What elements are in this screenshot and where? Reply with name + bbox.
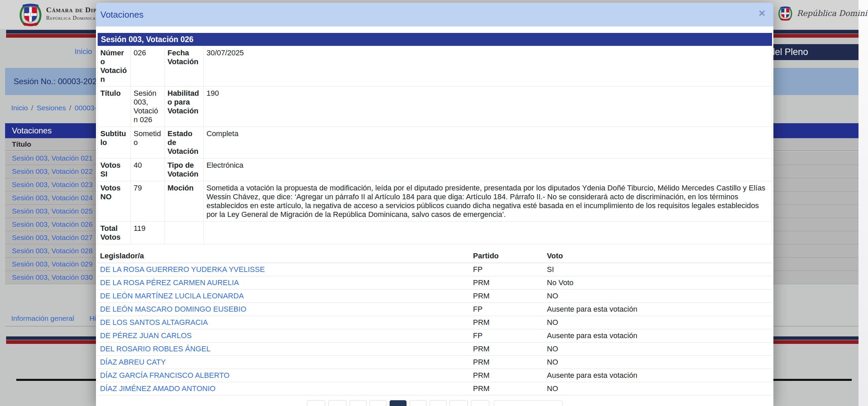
details-label — [165, 222, 204, 244]
details-label: Subtitulo — [98, 127, 131, 159]
sidebar-item-link[interactable]: Sesión 003, Votación 029 — [12, 260, 93, 268]
details-value: Completa — [204, 127, 772, 159]
legislators-table: Legislador/aPartidoVoto DE LA ROSA GUERR… — [97, 249, 772, 395]
legislator-vote: Ausente para esta votación — [544, 369, 772, 382]
details-row: Total Votos119 — [98, 222, 772, 244]
legislator-row: DE LEÓN MARTÍNEZ LUCILA LEONARDAPRMNO — [97, 290, 772, 303]
tab-informacion-general[interactable]: Información general — [11, 314, 74, 322]
sidebar-item-link[interactable]: Sesión 003, Votación 027 — [12, 234, 93, 241]
legislator-row: DE LEÓN MASCARO DOMINGO EUSEBIOFPAusente… — [97, 303, 772, 316]
legislator-party: PRM — [470, 276, 544, 290]
legislator-vote: NO — [544, 356, 772, 369]
close-icon[interactable]: × — [758, 7, 765, 19]
legislator-name-cell: DE LEÓN MASCARO DOMINGO EUSEBIO — [97, 303, 470, 316]
coat-of-arms-icon — [777, 5, 793, 22]
details-value: 30/07/2025 — [204, 46, 772, 87]
breadcrumb-link[interactable]: Inicio — [11, 104, 28, 112]
votacion-details-table: Sesión 003, Votación 026 Número Votación… — [97, 33, 772, 244]
details-value: 119 — [131, 222, 165, 244]
legislator-party: PRM — [470, 356, 544, 369]
breadcrumb-link[interactable]: 00003-2025 — [75, 104, 96, 112]
legislator-party: FP — [470, 263, 544, 276]
legislator-party: FP — [470, 303, 544, 316]
details-row: TítuloSesión 003, Votación 026Habilitado… — [98, 87, 772, 127]
details-row: Votos SI40Tipo de VotaciónElectrónica — [98, 159, 772, 181]
legislator-name-link[interactable]: DE LA ROSA GUERRERO YUDERKA YVELISSE — [100, 265, 265, 274]
legislator-name-link[interactable]: DÍAZ GARCÍA FRANCISCO ALBERTO — [100, 371, 230, 380]
pagination-first-page-button[interactable] — [307, 400, 325, 406]
pagination-page-button[interactable]: 6 — [410, 400, 427, 406]
details-row: Votos NO79MociónSometida a votación la p… — [98, 181, 772, 222]
details-label: Habilitado para Votación — [165, 87, 204, 127]
legislator-name-link[interactable]: DEL ROSARIO ROBLES ÁNGEL — [100, 345, 211, 353]
legislators-table-body: DE LA ROSA GUERRERO YUDERKA YVELISSEFPSI… — [97, 263, 772, 395]
details-value: Electrónica — [204, 159, 772, 181]
details-value: Sesión 003, Votación 026 — [131, 87, 165, 127]
details-label: Número Votación — [98, 46, 131, 87]
modal-title: Votaciones — [100, 10, 143, 20]
legislator-name-cell: DÍAZ GARCÍA FRANCISCO ALBERTO — [97, 369, 470, 382]
legislator-name-cell: DE LA ROSA GUERRERO YUDERKA YVELISSE — [97, 263, 470, 276]
legislators-header-row: Legislador/aPartidoVoto — [97, 249, 772, 263]
details-value: Sometido — [131, 127, 165, 159]
legislator-vote: NO — [544, 343, 772, 356]
legislator-name-link[interactable]: DE LEÓN MARTÍNEZ LUCILA LEONARDA — [100, 292, 244, 300]
pagination-page-button[interactable]: 5 — [390, 400, 407, 406]
pagination-next-page-button[interactable] — [450, 400, 468, 406]
legislators-column-header: Partido — [470, 249, 544, 263]
legislator-row: DEL ROSARIO ROBLES ÁNGELPRMNO — [97, 343, 772, 356]
coat-of-arms-icon — [18, 2, 43, 28]
pagination-page-button[interactable]: 3 — [350, 400, 367, 406]
details-label: Moción — [165, 181, 204, 222]
legislator-vote: Ausente para esta votación — [544, 329, 772, 343]
legislator-vote: NO — [544, 290, 772, 303]
session-title: Sesión No.: 00003-2025 — [14, 77, 101, 86]
breadcrumb-link[interactable]: Sesiones — [37, 104, 66, 112]
sidebar-item-link[interactable]: Sesión 003, Votación 030 — [12, 273, 93, 281]
details-row: Número Votación026Fecha Votación30/07/20… — [98, 46, 772, 87]
legislators-column-header: Legislador/a — [97, 249, 470, 263]
sidebar-item-link[interactable]: Sesión 003, Votación 022 — [12, 167, 93, 175]
modal-body: Sesión 003, Votación 026 Número Votación… — [96, 26, 773, 406]
pagination-previous-page-button[interactable] — [328, 400, 347, 406]
breadcrumb: Inicio/Sesiones/00003-2025 — [11, 104, 96, 115]
details-value: Sometida a votación la propuesta de modi… — [204, 181, 772, 222]
legislator-name-link[interactable]: DÍAZ JIMÉNEZ AMADO ANTONIO — [100, 384, 216, 393]
legislator-vote: Ausente para esta votación — [544, 303, 772, 316]
legislator-row: DÍAZ GARCÍA FRANCISCO ALBERTOPRMAusente … — [97, 369, 772, 382]
details-label: Tipo de Votación — [165, 159, 204, 181]
pagination-last-page-button[interactable] — [471, 400, 489, 406]
sidebar-item-link[interactable]: Sesión 003, Votación 024 — [12, 194, 93, 202]
legislator-name-cell: DE LOS SANTOS ALTAGRACIA — [97, 316, 470, 329]
pagination-page-button[interactable]: 7 — [430, 400, 447, 406]
legislator-party: PRM — [470, 382, 544, 395]
legislator-name-cell: DEL ROSARIO ROBLES ÁNGEL — [97, 343, 470, 356]
legislator-name-link[interactable]: DE LEÓN MASCARO DOMINGO EUSEBIO — [100, 305, 246, 313]
details-label: Título — [98, 87, 131, 127]
legislator-row: DE LA ROSA GUERRERO YUDERKA YVELISSEFPSI — [97, 263, 772, 276]
pagination: 34567Página 5 de 19 — [97, 400, 772, 406]
legislator-name-cell: DÍAZ JIMÉNEZ AMADO ANTONIO — [97, 382, 470, 395]
sidebar-item-link[interactable]: Sesión 003, Votación 023 — [12, 181, 93, 188]
legislator-name-link[interactable]: DE PÉREZ JUAN CARLOS — [100, 331, 192, 340]
nav-link-inicio[interactable]: Inicio — [75, 47, 92, 56]
modal-header: Votaciones × — [96, 3, 773, 26]
legislator-party: PRM — [470, 343, 544, 356]
breadcrumb-separator: / — [69, 104, 71, 112]
details-value — [204, 222, 772, 244]
sidebar-item-link[interactable]: Sesión 003, Votación 025 — [12, 207, 93, 215]
sidebar-item-link[interactable]: Sesión 003, Votación 028 — [12, 247, 93, 255]
legislator-name-link[interactable]: DÍAZ ABREU CATY — [100, 358, 166, 366]
details-value: 026 — [131, 46, 165, 87]
sidebar-item-link[interactable]: Sesión 003, Votación 021 — [12, 154, 93, 162]
details-label: Votos SI — [98, 159, 131, 181]
legislator-row: DÍAZ ABREU CATYPRMNO — [97, 356, 772, 369]
legislator-name-link[interactable]: DE LOS SANTOS ALTAGRACIA — [100, 318, 208, 327]
page-right-margin — [859, 0, 868, 406]
details-label: Votos NO — [98, 181, 131, 222]
legislator-name-link[interactable]: DE LA ROSA PÉREZ CARMEN AURELIA — [100, 278, 239, 287]
pagination-page-button[interactable]: 4 — [370, 400, 387, 406]
pagination-status: Página 5 de 19 — [494, 400, 563, 406]
sidebar-item-link[interactable]: Sesión 003, Votación 026 — [12, 220, 93, 228]
details-label: Fecha Votación — [165, 46, 204, 87]
